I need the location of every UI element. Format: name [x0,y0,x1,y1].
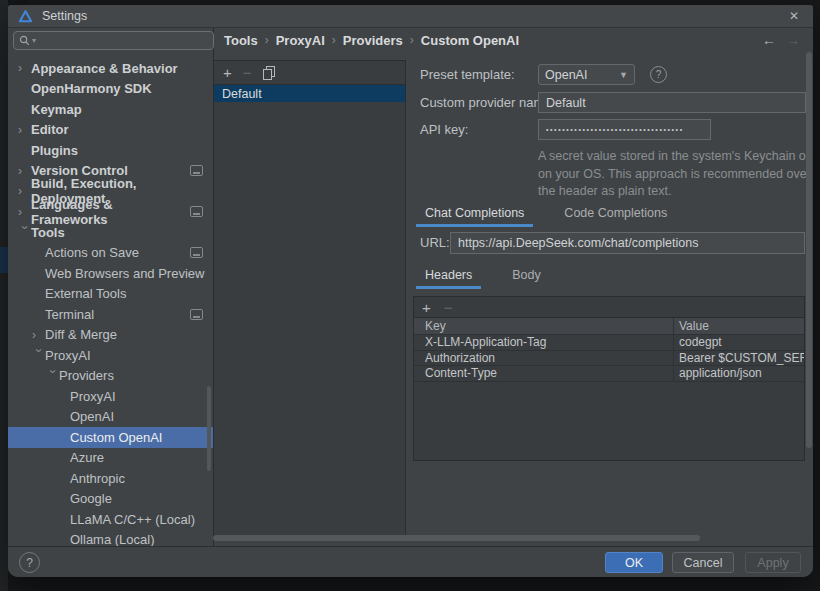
breadcrumb-tools[interactable]: Tools [224,33,258,48]
tab-code-completions[interactable]: Code Completions [555,201,676,227]
completion-tabs: Chat Completions Code Completions [416,201,676,227]
headers-table: + − Key Value X-LLM-Application-Tag code… [413,296,805,461]
chevron-down-icon[interactable] [47,369,59,382]
forward-arrow-icon: → [786,32,800,48]
sidebar-item-keymap[interactable]: Keymap [8,99,213,120]
sidebar-item-providers[interactable]: Providers [8,366,213,387]
remove-provider-icon: − [243,65,252,80]
dialog-titlebar: Settings ✕ [8,5,813,28]
project-scope-icon [190,206,203,217]
horizontal-scrollbar[interactable] [213,535,700,541]
close-icon[interactable]: ✕ [786,8,802,24]
provider-list-toolbar: + − [214,61,405,85]
sidebar-item-ollama-local-provider[interactable]: Ollama (Local) [8,530,213,547]
cancel-button[interactable]: Cancel [672,552,734,573]
url-label: URL: [420,232,450,254]
breadcrumb: Tools › ProxyAI › Providers › Custom Ope… [224,29,519,51]
sidebar-item-openai-provider[interactable]: OpenAI [8,407,213,428]
column-value: Value [673,318,804,334]
sidebar-item-proxyai[interactable]: ProxyAI [8,345,213,366]
sidebar-item-llama-local-provider[interactable]: LLaMA C/C++ (Local) [8,509,213,530]
preset-template-select[interactable]: OpenAI ▼ [538,64,635,85]
sidebar-item-google-provider[interactable]: Google [8,489,213,510]
chevron-right-icon[interactable] [18,62,31,74]
sidebar-item-web-browsers-preview[interactable]: Web Browsers and Preview [8,263,213,284]
table-row[interactable]: Authorization Bearer $CUSTOM_SERVICE_A [414,351,804,367]
sidebar-item-editor[interactable]: Editor [8,120,213,141]
chevron-down-icon[interactable] [19,226,31,239]
api-key-label: API key: [420,119,468,140]
settings-dialog: Settings ✕ ▾ Appearance & Behavior OpenH… [8,5,813,577]
provider-list-item-default[interactable]: Default [214,85,405,102]
help-icon[interactable]: ? [650,66,667,83]
settings-search-input[interactable]: ▾ [13,31,214,50]
headers-table-header: Key Value [414,318,804,335]
chevron-down-icon: ▼ [619,70,628,80]
sidebar-item-terminal[interactable]: Terminal [8,304,213,325]
ide-left-stripe [0,0,8,591]
headers-table-toolbar: + − [414,297,804,318]
sidebar-item-appearance-behavior[interactable]: Appearance & Behavior [8,58,213,79]
search-options-caret-icon[interactable]: ▾ [32,36,36,45]
dialog-title: Settings [42,9,87,23]
sidebar-item-external-tools[interactable]: External Tools [8,284,213,305]
url-field[interactable]: https://api.DeepSeek.com/chat/completion… [450,232,805,254]
search-icon [19,35,30,46]
breadcrumb-proxyai[interactable]: ProxyAI [276,33,325,48]
settings-tree: Appearance & Behavior OpenHarmony SDK Ke… [8,58,213,546]
sidebar-item-custom-openai-provider[interactable]: Custom OpenAI [8,427,213,448]
chevron-down-icon[interactable] [33,349,45,362]
request-tabs: Headers Body [416,263,550,289]
vertical-scrollbar[interactable] [806,52,812,448]
custom-provider-name-label: Custom provider name: [420,92,555,113]
ide-toolwindow-highlight [0,247,8,273]
dialog-footer: ? OK Cancel Apply [8,546,813,577]
sidebar-item-languages-frameworks[interactable]: Languages & Frameworks [8,202,213,223]
column-key: Key [414,318,673,334]
sidebar-item-proxyai-provider[interactable]: ProxyAI [8,386,213,407]
chevron-right-icon[interactable] [32,329,45,341]
tab-headers[interactable]: Headers [416,263,481,289]
sidebar-item-plugins[interactable]: Plugins [8,140,213,161]
project-scope-icon [190,247,203,258]
sidebar-item-diff-merge[interactable]: Diff & Merge [8,325,213,346]
add-header-icon[interactable]: + [422,300,431,315]
chevron-right-icon[interactable] [18,206,31,218]
chevron-right-icon[interactable] [18,165,31,177]
sidebar-item-actions-on-save[interactable]: Actions on Save [8,243,213,264]
settings-sidebar: ▾ Appearance & Behavior OpenHarmony SDK … [8,28,214,546]
remove-header-icon: − [444,300,453,315]
ok-button[interactable]: OK [605,552,663,573]
provider-list-panel: + − Default [213,60,406,536]
sidebar-item-openharmony-sdk[interactable]: OpenHarmony SDK [8,79,213,100]
preset-template-label: Preset template: [420,64,515,85]
api-key-field[interactable]: •••••••••••••••••••••••••••••••••• [538,119,711,140]
chevron-right-icon[interactable] [18,185,31,197]
deveco-studio-logo-icon [18,9,33,24]
back-arrow-icon[interactable]: ← [762,32,776,48]
add-provider-icon[interactable]: + [223,65,232,80]
breadcrumb-custom-openai: Custom OpenAI [421,33,519,48]
tab-chat-completions[interactable]: Chat Completions [416,201,533,227]
sidebar-scrollbar[interactable] [207,386,211,471]
help-button[interactable]: ? [19,552,40,573]
table-row[interactable]: X-LLM-Application-Tag codegpt [414,335,804,351]
chevron-right-icon[interactable] [18,124,31,136]
custom-provider-name-field[interactable]: Default [538,92,806,113]
duplicate-provider-icon[interactable] [263,66,275,79]
project-scope-icon [190,165,203,176]
table-row[interactable]: Content-Type application/json [414,366,804,382]
breadcrumb-providers[interactable]: Providers [343,33,403,48]
apply-button: Apply [745,552,801,573]
sidebar-item-anthropic-provider[interactable]: Anthropic [8,468,213,489]
project-scope-icon [190,309,203,320]
tab-body[interactable]: Body [503,263,550,289]
sidebar-item-azure-provider[interactable]: Azure [8,448,213,469]
api-key-hint: A secret value stored in the system's Ke… [538,148,806,201]
